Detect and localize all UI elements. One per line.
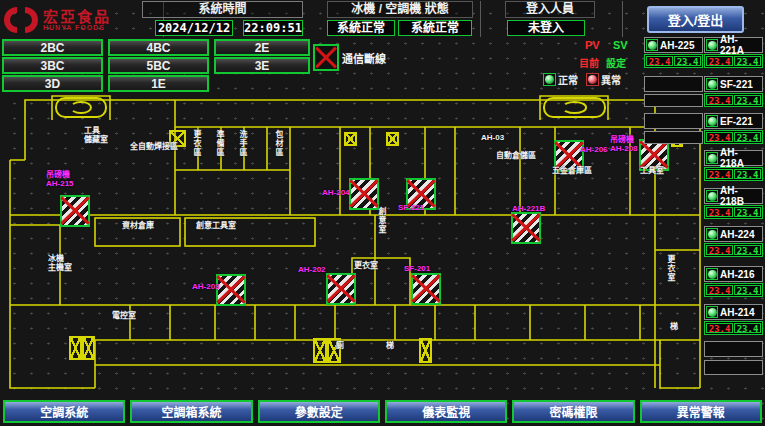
footer-button-bar: 空調系統空調箱系統參數設定儀表監視密碼權限異常警報 [0, 399, 765, 424]
floor-button[interactable]: 3D [2, 75, 103, 92]
room-label: 更衣室 [354, 261, 378, 270]
footer-nav-button[interactable]: 密碼權限 [512, 400, 634, 423]
room-label: SF-221 [398, 203, 424, 212]
room-label: 全自動焊接區 [130, 142, 178, 151]
unit-name-box[interactable]: AH-225 [644, 37, 703, 53]
unit-status-lamp-icon [706, 152, 718, 164]
room-label: AH-221B [512, 204, 545, 213]
login-user-value: 未登入 [507, 20, 585, 36]
room-label: AH-03 [481, 133, 504, 142]
divider [480, 1, 481, 37]
empty-display-slot [704, 360, 763, 375]
sv-cn-label: 設定 [606, 55, 626, 70]
unit-status-lamp-icon [706, 190, 718, 202]
unit-name-box[interactable]: AH-218A [704, 150, 763, 166]
room-label: 洗手區 [238, 130, 247, 157]
unit-display: AH-221A 23.4 23.4 [704, 37, 763, 68]
abnormal-legend: 異常 [586, 72, 621, 87]
floor-button[interactable]: 2BC [2, 39, 103, 56]
ahu-status-value: 系統正常 [398, 20, 472, 36]
unit-name-box[interactable]: AH-216 [704, 266, 763, 282]
empty-display-slot [704, 341, 763, 357]
unit-name: AH-214 [720, 307, 754, 318]
pv-value: 23.4 [706, 245, 733, 255]
floor-button[interactable]: 3E [214, 57, 310, 74]
unit-name-box[interactable]: SF-221 [704, 76, 763, 92]
unit-values: 23.4 23.4 [704, 54, 763, 68]
unit-values: 23.4 23.4 [704, 321, 763, 335]
unit-display: EF-221 23.4 23.4 [704, 113, 763, 144]
unit-name: AH-221A [720, 34, 761, 56]
floor-button[interactable]: 3BC [2, 57, 103, 74]
room-label: 梯 [386, 341, 394, 350]
footer-nav-button[interactable]: 異常警報 [640, 400, 762, 423]
divider [622, 1, 623, 37]
unit-values: 23.4 23.4 [704, 283, 763, 297]
empty-display-slot [644, 113, 703, 129]
pv-value: 23.4 [706, 285, 733, 295]
unit-status-lamp-icon [646, 39, 658, 51]
comm-loss-label: 通信斷線 [342, 50, 386, 66]
room-label: 梯 [670, 322, 678, 331]
sv-value: 23.4 [734, 323, 761, 333]
footer-nav-button[interactable]: 空調箱系統 [130, 400, 252, 423]
sv-value: 23.4 [734, 95, 761, 105]
pv-value: 23.4 [706, 95, 733, 105]
unit-column-a: AH-225 23.4 23.4 [644, 35, 703, 150]
system-time-value: 22:09:51 [243, 20, 303, 36]
floor-button[interactable]: 4BC [108, 39, 209, 56]
unit-values: 23.4 23.4 [704, 167, 763, 181]
floor-button[interactable]: 1E [108, 75, 209, 92]
unit-status-lamp-icon [706, 78, 718, 90]
room-label: 工具 儲藏室 [84, 126, 108, 144]
room-label: 創意工具室 [196, 221, 236, 230]
system-date-value: 2024/12/12 [155, 20, 233, 36]
room-label: 包材區 [274, 130, 283, 157]
sv-value: 23.4 [734, 207, 761, 217]
login-user-label: 登入人員 [505, 1, 595, 18]
unit-name: EF-221 [720, 116, 753, 127]
machine-status-label: 冰機 / 空調機 狀態 [327, 1, 473, 18]
unit-name: AH-218A [720, 147, 761, 169]
unit-name: AH-224 [720, 229, 754, 240]
sv-value: 23.4 [734, 132, 761, 142]
unit-display: AH-225 23.4 23.4 [644, 37, 703, 68]
unit-name: AH-216 [720, 269, 754, 280]
floor-button[interactable]: 5BC [108, 57, 209, 74]
room-label: 冰機 主機室 [48, 254, 72, 272]
footer-nav-button[interactable]: 空調系統 [3, 400, 125, 423]
unit-name-box[interactable]: AH-221A [704, 37, 763, 53]
room-label: 廁 [336, 341, 344, 350]
unit-values: 23.4 23.4 [704, 93, 763, 107]
room-label: 自動倉儲區 [496, 151, 536, 160]
login-logout-button[interactable]: 登入/登出 [647, 6, 744, 33]
room-label: AH-202 [298, 265, 326, 274]
unit-name-box[interactable]: AH-218B [704, 188, 763, 204]
footer-nav-button[interactable]: 參數設定 [258, 400, 380, 423]
pv-label: PV [585, 39, 600, 51]
unit-column-b: AH-221A 23.4 23.4 SF-221 23.4 23.4 [704, 35, 763, 380]
sv-value: 23.4 [734, 169, 761, 179]
floor-button[interactable]: 2E [214, 39, 310, 56]
footer-nav-button[interactable]: 儀表監視 [385, 400, 507, 423]
unit-status-lamp-icon [706, 39, 718, 51]
room-label: 吊磅機 AH-215 [46, 170, 74, 188]
unit-values: 23.4 23.4 [704, 205, 763, 219]
unit-name: AH-218B [720, 185, 761, 207]
normal-legend: 正常 [543, 72, 578, 87]
unit-name: SF-221 [720, 79, 753, 90]
unit-status-lamp-icon [706, 306, 718, 318]
unit-name-box[interactable]: AH-214 [704, 304, 763, 320]
room-label: AH-204 [322, 188, 350, 197]
sv-label: SV [613, 39, 628, 51]
unit-display: AH-218A 23.4 23.4 [704, 150, 763, 181]
unit-name-box[interactable]: AH-224 [704, 226, 763, 242]
unit-status-lamp-icon [706, 228, 718, 240]
room-label: 工具室 [640, 166, 664, 175]
room-label: SF-201 [404, 264, 430, 273]
chiller-status-value: 系統正常 [327, 20, 395, 36]
unit-name-box[interactable]: EF-221 [704, 113, 763, 129]
unit-values: 23.4 23.4 [644, 54, 703, 68]
sv-value: 23.4 [674, 56, 701, 66]
pv-cn-label: 目前 [579, 55, 599, 70]
